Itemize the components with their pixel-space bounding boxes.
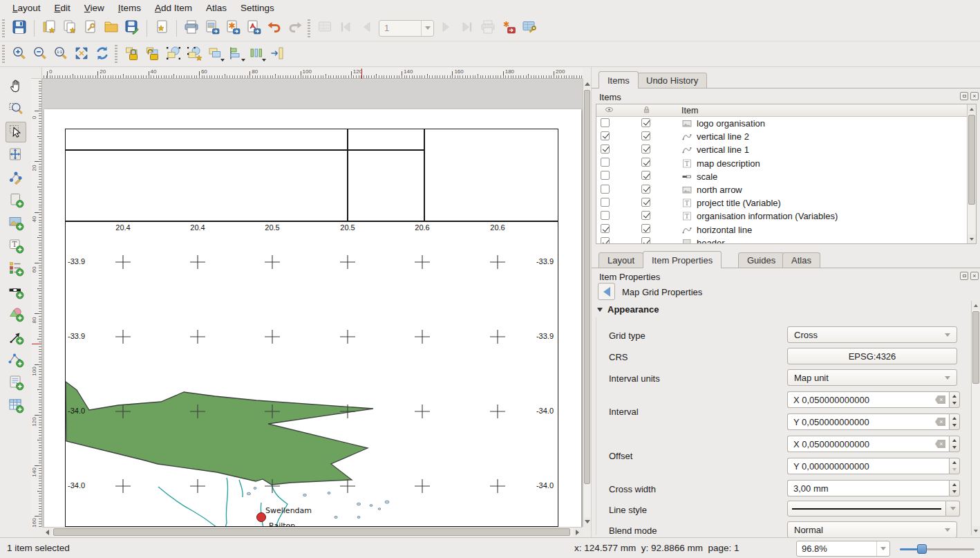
- vertical-line-2-item[interactable]: [424, 129, 425, 221]
- props-scroll-up-icon[interactable]: [972, 301, 980, 310]
- item-visibility-checkbox[interactable]: [601, 171, 610, 180]
- item-visibility-checkbox[interactable]: [601, 118, 610, 127]
- previous-feature-button[interactable]: [356, 18, 377, 39]
- header-rectangle-item[interactable]: [65, 129, 558, 221]
- raise-items-button[interactable]: [205, 44, 225, 64]
- align-items-button[interactable]: [225, 44, 246, 64]
- zoom-level-combo[interactable]: 96.8%: [796, 541, 890, 557]
- spinner-buttons[interactable]: [949, 458, 960, 474]
- menu-settings[interactable]: Settings: [234, 1, 281, 15]
- scroll-up-icon[interactable]: [583, 79, 591, 89]
- redo-button[interactable]: [285, 18, 305, 39]
- item-visibility-checkbox[interactable]: [601, 237, 610, 244]
- interval-y-spinbox[interactable]: Y 0,050000000000×: [787, 413, 960, 430]
- item-lock-checkbox[interactable]: [641, 224, 650, 233]
- menu-view[interactable]: View: [77, 1, 111, 15]
- items-tree-row[interactable]: vertical line 2: [596, 130, 976, 143]
- atlas-page-combo[interactable]: 1: [379, 20, 434, 37]
- duplicate-layout-button[interactable]: [59, 18, 80, 39]
- export-pdf-button[interactable]: [243, 18, 264, 39]
- tab-undo-history[interactable]: Undo History: [637, 73, 707, 88]
- tool-add-legend-button[interactable]: [6, 259, 26, 279]
- tab-items[interactable]: Items: [599, 71, 639, 89]
- tab-guides[interactable]: Guides: [738, 252, 784, 268]
- save-as-template-button[interactable]: [122, 18, 142, 39]
- export-image-button[interactable]: [202, 18, 223, 39]
- unlock-items-button[interactable]: [142, 44, 163, 64]
- tool-add-node-item-button[interactable]: [6, 350, 26, 371]
- canvas-vertical-scrollbar[interactable]: [583, 79, 591, 527]
- menu-atlas[interactable]: Atlas: [199, 1, 234, 15]
- grid-type-select[interactable]: Cross: [787, 326, 957, 343]
- items-tree-row[interactable]: logo organisation: [596, 117, 976, 130]
- layout-manager-button[interactable]: [80, 18, 101, 39]
- scroll-down-icon[interactable]: [583, 517, 591, 527]
- undo-button[interactable]: [264, 18, 285, 39]
- item-lock-checkbox[interactable]: [641, 171, 650, 180]
- tool-edit-nodes-button[interactable]: [6, 167, 26, 188]
- back-button[interactable]: [598, 283, 615, 300]
- tool-pan-button[interactable]: [6, 76, 26, 97]
- offset-y-spinbox[interactable]: Y 0,000000000000: [787, 458, 960, 474]
- spinner-buttons[interactable]: [949, 413, 960, 430]
- items-tree-row[interactable]: scale: [596, 170, 976, 183]
- canvas-horizontal-scrollbar[interactable]: [42, 527, 583, 537]
- tool-add-shape-button[interactable]: [6, 304, 26, 325]
- clear-value-icon[interactable]: ×: [935, 396, 945, 404]
- items-tree-scrollbar[interactable]: [967, 104, 976, 243]
- scroll-left-icon[interactable]: [42, 528, 52, 537]
- props-scroll-down-icon[interactable]: [972, 526, 980, 535]
- tab-item-properties[interactable]: Item Properties: [643, 251, 722, 268]
- spinner-buttons[interactable]: [949, 391, 960, 408]
- blend-mode-select[interactable]: Normal: [787, 521, 957, 537]
- props-scroll-thumb[interactable]: [972, 311, 979, 384]
- add-items-from-template-button[interactable]: [101, 18, 122, 39]
- item-lock-checkbox[interactable]: [641, 145, 650, 154]
- line-style-dropdown[interactable]: [946, 501, 960, 517]
- item-visibility-checkbox[interactable]: [601, 145, 610, 154]
- panel-close-icon[interactable]: ×: [970, 92, 979, 100]
- items-tree-row[interactable]: north arrow: [596, 183, 976, 196]
- menu-layout[interactable]: Layout: [6, 1, 48, 15]
- panel-float-icon[interactable]: [960, 92, 968, 100]
- item-visibility-checkbox[interactable]: [601, 198, 610, 207]
- group-items-button[interactable]: [163, 44, 184, 64]
- tree-scroll-down-icon[interactable]: [968, 234, 976, 243]
- crs-button[interactable]: EPSG:4326: [787, 348, 957, 364]
- cross-width-spinbox[interactable]: 3,00 mm: [787, 480, 960, 496]
- item-visibility-checkbox[interactable]: [601, 185, 610, 194]
- item-lock-checkbox[interactable]: [641, 131, 650, 140]
- preview-atlas-button[interactable]: [314, 18, 335, 39]
- tree-scroll-up-icon[interactable]: [968, 104, 976, 113]
- horizontal-line-item[interactable]: [65, 149, 424, 151]
- new-layout-button[interactable]: [39, 18, 59, 39]
- item-lock-checkbox[interactable]: [641, 185, 650, 194]
- item-visibility-checkbox[interactable]: [601, 158, 610, 167]
- tool-add-table-button[interactable]: [6, 396, 26, 416]
- zoom-slider-handle[interactable]: [917, 544, 927, 554]
- resize-items-button[interactable]: [267, 44, 288, 64]
- zoom-actual-button[interactable]: 1:1: [50, 44, 71, 64]
- vertical-line-1-item[interactable]: [347, 129, 348, 221]
- map-item[interactable]: Swellendam Railton 20.420.420.520.520.62…: [65, 221, 558, 527]
- print-atlas-button[interactable]: [478, 18, 498, 39]
- refresh-button[interactable]: [92, 44, 113, 64]
- first-feature-button[interactable]: [335, 18, 356, 39]
- item-lock-checkbox[interactable]: [641, 118, 650, 127]
- menu-items[interactable]: Items: [111, 1, 148, 15]
- tool-add-picture-button[interactable]: [6, 213, 26, 234]
- item-lock-checkbox[interactable]: [641, 237, 650, 244]
- items-tree-row[interactable]: vertical line 1: [596, 143, 976, 156]
- tool-move-item-content-button[interactable]: [6, 145, 26, 165]
- item-visibility-checkbox[interactable]: [601, 224, 610, 233]
- tool-add-arrow-button[interactable]: [6, 327, 26, 348]
- clear-value-icon[interactable]: ×: [935, 418, 945, 426]
- tool-add-label-button[interactable]: T: [6, 236, 26, 257]
- scroll-right-icon[interactable]: [573, 528, 583, 537]
- offset-x-spinbox[interactable]: X 0,050000000000×: [787, 436, 960, 452]
- item-visibility-checkbox[interactable]: [601, 131, 610, 140]
- item-visibility-checkbox[interactable]: [601, 211, 610, 220]
- ungroup-items-button[interactable]: [184, 44, 205, 64]
- items-tree-row[interactable]: header: [596, 236, 976, 244]
- next-feature-button[interactable]: [436, 18, 457, 39]
